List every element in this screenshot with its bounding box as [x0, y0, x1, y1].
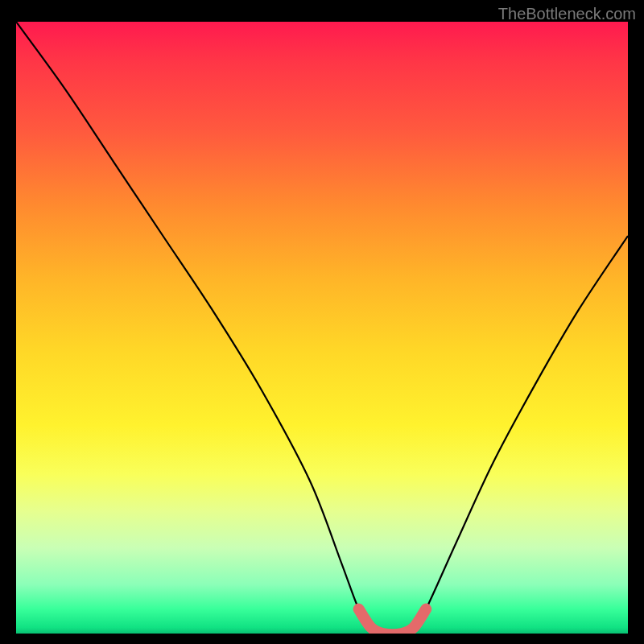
bottleneck-curve-line: [16, 22, 628, 634]
attribution-text: TheBottleneck.com: [498, 5, 636, 23]
bottleneck-highlight: [359, 609, 427, 634]
chart-plot-area: [16, 22, 628, 634]
chart-svg: [16, 22, 628, 634]
